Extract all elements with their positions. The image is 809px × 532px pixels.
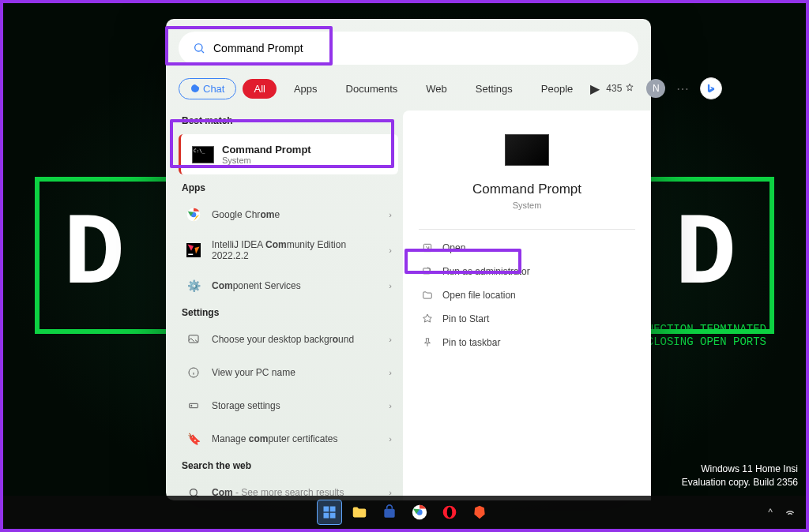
pin-icon (422, 337, 435, 348)
intellij-icon (185, 242, 202, 259)
svg-rect-12 (324, 507, 329, 512)
setting-pc-name[interactable]: View your PC name › (174, 356, 403, 389)
setting-desktop-background[interactable]: Choose your desktop background › (174, 323, 403, 356)
app-google-chrome[interactable]: Google Chrome › (174, 198, 403, 231)
taskbar-opera[interactable] (437, 500, 462, 525)
chevron-right-icon: › (389, 245, 392, 255)
folder-icon (422, 290, 435, 301)
action-open[interactable]: Open (419, 236, 635, 260)
app-intellij[interactable]: IntelliJ IDEA Community Edition 2022.2.2… (174, 231, 403, 269)
setting-label: View your PC name (212, 367, 379, 378)
system-tray[interactable]: ^ (768, 506, 796, 519)
taskbar-chrome[interactable] (407, 500, 432, 525)
action-open-file-location[interactable]: Open file location (419, 283, 635, 307)
filter-people[interactable]: People (530, 79, 584, 99)
svg-rect-13 (330, 507, 336, 512)
user-avatar[interactable]: N (646, 79, 665, 98)
action-run-as-administrator[interactable]: Run as administrator (419, 260, 635, 283)
bing-icon[interactable] (700, 77, 722, 99)
info-icon (185, 364, 202, 381)
open-icon (422, 242, 435, 253)
action-pin-to-start[interactable]: Pin to Start (419, 307, 635, 331)
setting-storage[interactable]: Storage settings › (174, 389, 403, 422)
app-label: IntelliJ IDEA Community Edition 2022.2.2 (212, 239, 379, 261)
svg-rect-16 (384, 509, 394, 518)
command-prompt-large-icon (505, 134, 549, 166)
pin-icon (422, 313, 435, 324)
taskbar[interactable]: ^ (3, 496, 806, 529)
taskbar-brave[interactable] (467, 500, 492, 525)
search-bar-container (166, 19, 651, 77)
play-icon[interactable]: ▶ (590, 81, 600, 96)
search-input[interactable] (213, 42, 624, 54)
app-label: Component Services (212, 280, 379, 291)
best-match-item[interactable]: Command Prompt System (179, 134, 398, 174)
filter-row: Chat All Apps Documents Web Settings Peo… (166, 77, 651, 111)
more-icon[interactable]: ⋯ (676, 81, 689, 96)
chevron-right-icon: › (389, 368, 392, 377)
setting-certificates[interactable]: 🔖 Manage computer certificates › (174, 422, 403, 455)
windows-watermark: Windows 11 Home Insi Evaluation copy. Bu… (682, 463, 798, 489)
setting-label: Storage settings (212, 400, 379, 411)
filter-apps[interactable]: Apps (283, 79, 329, 99)
chevron-right-icon: › (389, 335, 392, 344)
wifi-icon[interactable] (784, 506, 796, 519)
results-left-column: Best match Command Prompt System Apps Go… (166, 111, 403, 500)
chrome-icon (185, 206, 202, 223)
filter-documents[interactable]: Documents (335, 79, 409, 99)
app-component-services[interactable]: ⚙️ Component Services › (174, 269, 403, 302)
wallpaper-text-right: D (675, 197, 746, 313)
wallpaper-text-left: D (63, 197, 134, 313)
setting-label: Choose your desktop background (212, 334, 379, 345)
detail-panel: Command Prompt System Open Run as admini… (403, 111, 651, 500)
best-match-subtitle: System (222, 155, 311, 165)
chevron-right-icon: › (389, 434, 392, 444)
svg-point-20 (447, 507, 453, 517)
best-match-title: Command Prompt (222, 144, 311, 155)
svg-rect-15 (330, 513, 336, 519)
detail-subtitle: System (513, 200, 542, 210)
taskbar-store[interactable] (377, 500, 402, 525)
search-bar[interactable] (179, 32, 638, 65)
detail-title: Command Prompt (472, 182, 581, 197)
header-right: 435 N ⋯ (606, 77, 722, 99)
start-button[interactable] (317, 500, 342, 525)
setting-label: Manage computer certificates (212, 433, 379, 444)
filter-web[interactable]: Web (415, 79, 458, 99)
command-prompt-icon (192, 146, 214, 163)
svg-rect-14 (324, 513, 329, 519)
action-pin-to-taskbar[interactable]: Pin to taskbar (419, 331, 635, 354)
section-settings: Settings (174, 302, 403, 323)
filter-settings[interactable]: Settings (465, 79, 524, 99)
search-icon (193, 42, 205, 54)
svg-point-0 (195, 44, 202, 51)
storage-icon (185, 397, 202, 414)
section-search-web: Search the web (174, 455, 403, 476)
picture-icon (185, 331, 202, 348)
rewards-points[interactable]: 435 (606, 83, 635, 94)
component-services-icon: ⚙️ (185, 277, 202, 294)
search-panel: Chat All Apps Documents Web Settings Peo… (166, 19, 651, 500)
chevron-right-icon: › (389, 401, 392, 410)
section-best-match: Best match (174, 111, 403, 131)
admin-icon (422, 266, 435, 277)
chevron-right-icon: › (389, 210, 392, 219)
svg-rect-4 (188, 254, 193, 256)
certificate-icon: 🔖 (185, 430, 202, 448)
filter-all[interactable]: All (243, 79, 276, 99)
taskbar-explorer[interactable] (347, 500, 372, 525)
app-label: Google Chrome (212, 209, 379, 220)
filter-chat[interactable]: Chat (179, 78, 236, 99)
section-apps: Apps (174, 178, 403, 198)
chevron-up-icon[interactable]: ^ (768, 507, 773, 518)
divider (419, 229, 635, 230)
svg-point-9 (190, 489, 197, 496)
chevron-right-icon: › (389, 281, 392, 290)
svg-point-8 (191, 405, 192, 406)
results-content: Best match Command Prompt System Apps Go… (166, 111, 651, 500)
